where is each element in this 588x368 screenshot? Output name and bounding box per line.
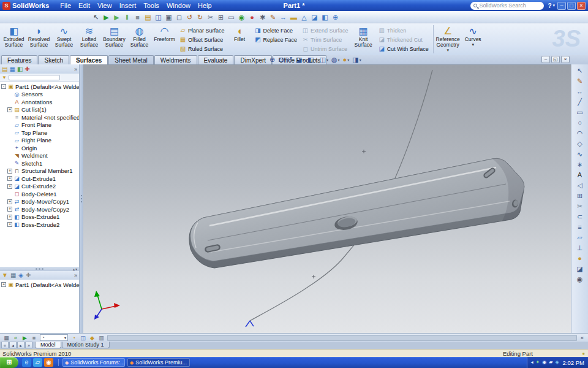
media-player-icon[interactable]: ◉	[44, 358, 53, 367]
network-tray-icon[interactable]: ▰	[549, 357, 552, 368]
offset-entities-icon[interactable]: ≡	[575, 222, 586, 232]
apply-scene-icon[interactable]: ◨ ▾	[352, 56, 361, 64]
tree-item[interactable]: ▱ Right Plane	[0, 137, 79, 145]
tree-item[interactable]: + ▤ Cut list(1)	[0, 106, 79, 114]
tree-options-icon[interactable]: ✚	[26, 271, 31, 280]
tab-dimxpert[interactable]: DimXpert	[234, 55, 272, 64]
filled-surface-button[interactable]: ◍ Filled Surface	[127, 24, 152, 54]
filter-animation-icon[interactable]: ▥	[97, 335, 105, 341]
close-button[interactable]: ×	[577, 2, 586, 10]
task-solidworks-premium[interactable]: ◆ SolidWorks Premiu...	[127, 358, 190, 367]
measure-icon[interactable]: ▬	[288, 12, 299, 22]
tree-expander[interactable]	[7, 161, 12, 166]
motion-timeline[interactable]	[107, 335, 577, 341]
paste-icon[interactable]: ▭	[226, 12, 236, 22]
tree-item[interactable]: + Origin	[0, 144, 79, 152]
sketch-icon[interactable]: ✎	[268, 12, 278, 22]
display-style-icon[interactable]: ◫ ▾	[320, 56, 328, 64]
smart-dimension-icon[interactable]: ↔	[278, 12, 288, 22]
featuremanager-tab-icon[interactable]: ▤	[2, 65, 7, 74]
splitter-collapse-up-button[interactable]: ▴	[73, 267, 75, 271]
motion-collapse-button[interactable]: «	[579, 335, 586, 341]
tab-sketch[interactable]: Sketch	[38, 55, 69, 64]
tree-root-item[interactable]: + ▣ Part1 (Default<As Welded><	[0, 281, 79, 289]
arc-icon[interactable]: ◠	[575, 128, 586, 139]
edit-appearance-icon[interactable]: ● ▾	[343, 56, 350, 64]
key-properties-icon[interactable]: ◆	[88, 335, 96, 341]
search-box[interactable]	[470, 2, 544, 10]
undo-icon[interactable]: ↺	[184, 12, 195, 22]
tree-expander[interactable]: +	[1, 282, 6, 287]
tree-item[interactable]: + ⇄ Body-Move/Copy2	[0, 205, 79, 213]
line-icon[interactable]: ╱	[575, 97, 586, 107]
tab-motion-study-1[interactable]: Motion Study 1	[62, 342, 110, 348]
redo-icon[interactable]: ↻	[195, 12, 205, 22]
tree-expander[interactable]: +	[7, 222, 12, 227]
step-macro-icon[interactable]: ▶	[111, 12, 122, 22]
cut-icon[interactable]: ✂	[205, 12, 216, 22]
tray-collapse-icon[interactable]: ◂	[531, 357, 533, 368]
internet-explorer-icon[interactable]: e	[22, 358, 31, 367]
print-icon[interactable]: ▣	[164, 12, 174, 22]
tab-evaluate[interactable]: Evaluate	[198, 55, 234, 64]
curves-button[interactable]: ∿ Curves ▾	[461, 24, 486, 54]
flat-tree-view-icon[interactable]: ▦	[10, 271, 16, 280]
tree-item[interactable]: + ⇄ Body-Move/Copy1	[0, 198, 79, 206]
clock[interactable]: 2:02 PM	[562, 359, 584, 366]
circle-icon[interactable]: ○	[575, 118, 586, 128]
tab-model[interactable]: Model	[35, 342, 61, 348]
trim-surface-button[interactable]: ✂ Trim Surface	[300, 35, 351, 44]
revolved-surface-button[interactable]: ◗ Revolved Surface	[26, 24, 51, 54]
animation-wizard-icon[interactable]: ◔	[70, 335, 78, 341]
tree-expander[interactable]: -	[1, 84, 6, 89]
play-icon[interactable]: ▶	[21, 335, 29, 341]
help-dropdown-arrow[interactable]: ▾	[552, 3, 557, 8]
extend-surface-button[interactable]: ◫ Extend Surface	[300, 26, 351, 35]
zoom-to-fit-icon[interactable]: ⊕	[330, 12, 341, 22]
convert-entities-icon[interactable]: ⊂	[575, 212, 586, 222]
thickened-cut-button[interactable]: ◪ Thickened Cut	[376, 35, 431, 44]
display-pane-filter-icon[interactable]: ▼	[2, 271, 8, 280]
hide-show-items-icon[interactable]: ◍ ▾	[331, 56, 340, 64]
camera-icon[interactable]: ◉	[575, 274, 586, 285]
view-orientation-icon[interactable]: ◧ ▾	[307, 56, 316, 64]
mirror-entities-icon[interactable]: ◁	[575, 180, 586, 191]
freeform-button[interactable]: ◠ Freeform	[152, 24, 177, 54]
tree-expander[interactable]	[7, 115, 12, 120]
tree-expander[interactable]: +	[7, 107, 12, 112]
select-tool-icon[interactable]: ↖	[91, 12, 101, 22]
copy-icon[interactable]: ⊞	[216, 12, 226, 22]
tree-item[interactable]: ≡ Material <not specified>	[0, 113, 79, 121]
doc-minimize-button[interactable]: –	[541, 56, 550, 63]
previous-view-icon[interactable]: ↺	[287, 56, 292, 64]
tree-expander[interactable]: +	[7, 176, 12, 181]
display-pane-chevron[interactable]: »	[74, 272, 77, 278]
tree-item[interactable]: ◻ Body-Delete1	[0, 190, 79, 198]
section-view-icon[interactable]: ◪ ▾	[296, 56, 304, 64]
replace-face-button[interactable]: ◩ Replace Face	[252, 35, 300, 44]
panel-horizontal-splitter[interactable]: ▴ ▾	[0, 267, 79, 271]
knit-surface-button[interactable]: ▦ Knit Surface	[351, 24, 376, 54]
tree-item[interactable]: + ◧ Boss-Extrude2	[0, 221, 79, 229]
tree-item[interactable]: ◎ Sensors	[0, 91, 79, 99]
save-animation-icon[interactable]: ◫	[79, 335, 87, 341]
antivirus-tray-icon[interactable]: ✦	[536, 357, 540, 368]
maximize-button[interactable]: □	[567, 2, 576, 10]
print-preview-icon[interactable]: ◻	[174, 12, 184, 22]
graphics-viewport[interactable]	[83, 64, 571, 333]
reference-geometry-button[interactable]: ∠ Reference Geometry ▾	[435, 24, 461, 54]
play-macro-icon[interactable]: ▶	[101, 12, 111, 22]
trim-entities-icon[interactable]: ✂	[575, 201, 586, 212]
splitter-collapse-down-button[interactable]: ▾	[75, 267, 77, 271]
tree-expander[interactable]: +	[7, 207, 12, 212]
open-icon[interactable]: ▤	[143, 12, 153, 22]
view-orientation-icon[interactable]: ◧	[320, 12, 330, 22]
tab-scroll-prev-button[interactable]: ◂	[9, 342, 17, 348]
section-icon[interactable]: ◪	[575, 264, 586, 274]
spline-icon[interactable]: ∿	[575, 149, 586, 159]
tree-item[interactable]: ✎ Sketch1	[0, 159, 79, 167]
rewind-icon[interactable]: «	[12, 335, 20, 341]
filter-icon[interactable]: ▼	[2, 75, 7, 80]
origin-triad[interactable]	[94, 291, 120, 320]
menu-item[interactable]: Window	[163, 2, 194, 9]
